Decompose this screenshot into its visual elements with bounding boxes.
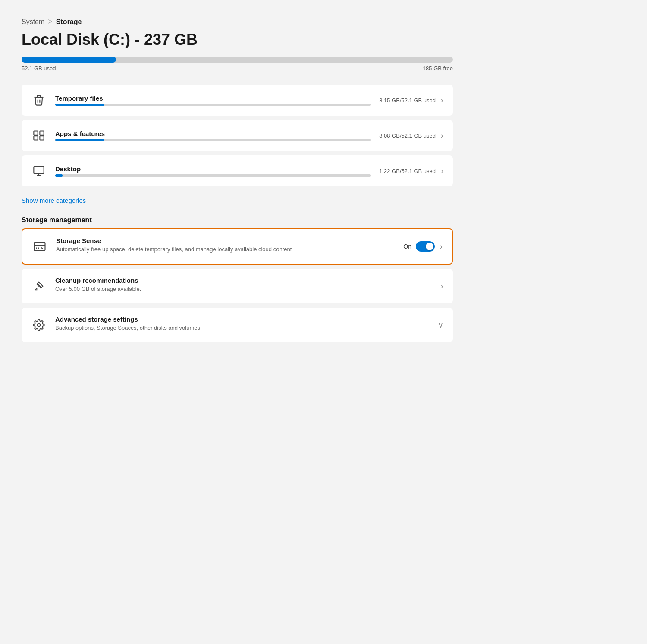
desktop-usage: 1.22 GB/52.1 GB used — [379, 168, 436, 174]
cleanup-right: › — [441, 282, 443, 291]
desktop-bar-fill — [55, 174, 63, 177]
desktop-title: Desktop — [55, 165, 371, 173]
disk-bar-labels: 52.1 GB used 185 GB free — [22, 65, 453, 72]
temporary-files-title: Temporary files — [55, 95, 371, 102]
temporary-files-usage: 8.15 GB/52.1 GB used — [379, 97, 436, 104]
disk-bar-fill — [22, 57, 116, 63]
cleanup-content: Cleanup recommendations Over 5.00 GB of … — [55, 277, 432, 296]
category-list: Temporary files 8.15 GB/52.1 GB used › A… — [22, 85, 453, 186]
cleanup-description: Over 5.00 GB of storage available. — [55, 286, 432, 292]
desktop-bar-track — [55, 174, 371, 177]
page-title: Local Disk (C:) - 237 GB — [22, 31, 453, 49]
desktop-chevron: › — [441, 167, 443, 176]
advanced-storage-card[interactable]: Advanced storage settings Backup options… — [22, 308, 453, 342]
temporary-files-chevron: › — [441, 96, 443, 105]
category-card-temporary-files[interactable]: Temporary files 8.15 GB/52.1 GB used › — [22, 85, 453, 116]
trash-icon — [31, 92, 47, 108]
storage-sense-right: On › — [403, 241, 443, 252]
temporary-files-content: Temporary files — [55, 95, 371, 106]
monitor-icon — [31, 163, 47, 179]
storage-management-heading: Storage management — [22, 216, 453, 224]
storage-sense-content: Storage Sense Automatically free up spac… — [56, 237, 395, 256]
toggle-knob — [426, 243, 433, 250]
cleanup-chevron: › — [441, 282, 443, 291]
storage-sense-card[interactable]: Storage Sense Automatically free up spac… — [22, 228, 453, 265]
apps-features-title: Apps & features — [55, 130, 371, 137]
svg-rect-3 — [40, 136, 44, 140]
storage-sense-toggle-label: On — [403, 243, 411, 250]
advanced-title: Advanced storage settings — [55, 316, 429, 323]
disk-used-label: 52.1 GB used — [22, 65, 56, 72]
storage-sense-icon — [32, 239, 47, 254]
temporary-files-right: 8.15 GB/52.1 GB used › — [379, 96, 443, 105]
disk-bar-container: 52.1 GB used 185 GB free — [22, 57, 453, 72]
breadcrumb-current: Storage — [56, 18, 82, 26]
apps-features-bar-fill — [55, 139, 104, 141]
cleanup-title: Cleanup recommendations — [55, 277, 432, 284]
temporary-files-bar-fill — [55, 104, 104, 106]
svg-point-12 — [38, 324, 41, 327]
apps-icon — [31, 128, 47, 143]
breadcrumb: System > Storage — [22, 17, 453, 26]
breadcrumb-separator: > — [48, 17, 53, 26]
disk-free-label: 185 GB free — [423, 65, 453, 72]
svg-rect-0 — [34, 131, 38, 135]
storage-sense-title: Storage Sense — [56, 237, 395, 244]
advanced-right: ∨ — [438, 320, 443, 330]
desktop-right: 1.22 GB/52.1 GB used › — [379, 167, 443, 176]
svg-rect-4 — [34, 167, 44, 174]
storage-sense-chevron: › — [440, 242, 443, 251]
temporary-files-bar-track — [55, 104, 371, 106]
advanced-description: Backup options, Storage Spaces, other di… — [55, 325, 429, 331]
svg-rect-7 — [35, 242, 45, 251]
apps-features-right: 8.08 GB/52.1 GB used › — [379, 131, 443, 140]
apps-features-chevron: › — [441, 131, 443, 140]
cleanup-icon — [31, 278, 47, 294]
apps-features-bar-track — [55, 139, 371, 141]
disk-bar-track — [22, 57, 453, 63]
gear-icon — [31, 317, 47, 333]
storage-sense-description: Automatically free up space, delete temp… — [56, 246, 395, 253]
advanced-content: Advanced storage settings Backup options… — [55, 316, 429, 335]
apps-features-content: Apps & features — [55, 130, 371, 141]
storage-sense-toggle[interactable] — [416, 241, 435, 252]
advanced-chevron: ∨ — [438, 320, 443, 330]
svg-rect-2 — [34, 136, 38, 140]
svg-line-11 — [41, 248, 43, 249]
desktop-content: Desktop — [55, 165, 371, 177]
storage-sense-toggle-area[interactable]: On — [403, 241, 435, 252]
category-card-desktop[interactable]: Desktop 1.22 GB/52.1 GB used › — [22, 155, 453, 186]
breadcrumb-parent: System — [22, 18, 44, 26]
show-more-categories-link[interactable]: Show more categories — [22, 197, 86, 204]
cleanup-recommendations-card[interactable]: Cleanup recommendations Over 5.00 GB of … — [22, 269, 453, 303]
category-card-apps-features[interactable]: Apps & features 8.08 GB/52.1 GB used › — [22, 120, 453, 151]
svg-rect-1 — [40, 131, 44, 135]
apps-features-usage: 8.08 GB/52.1 GB used — [379, 133, 436, 139]
